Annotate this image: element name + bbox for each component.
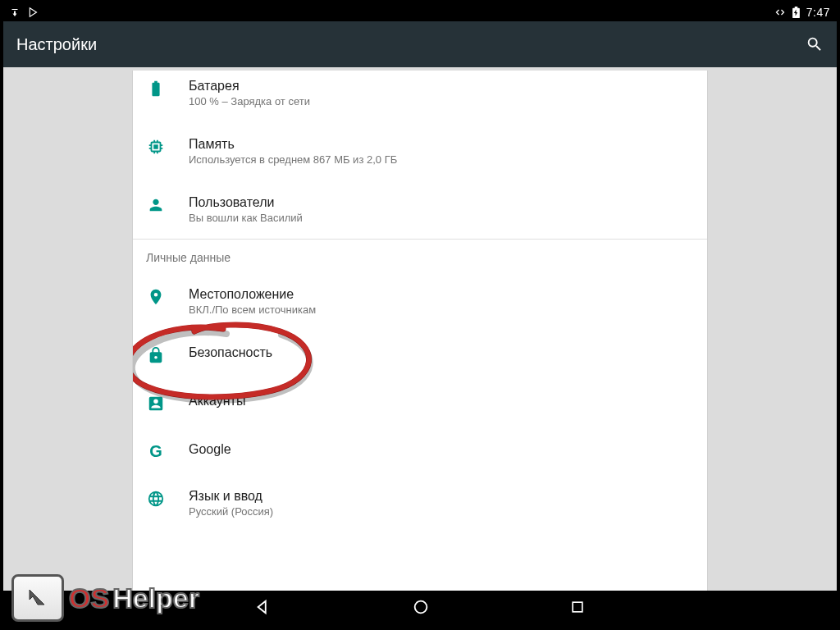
settings-panel: Батарея 100 % – Зарядка от сети Память И… — [133, 71, 707, 591]
item-title: Google — [189, 442, 231, 457]
dev-icon — [774, 7, 786, 17]
search-icon[interactable] — [806, 35, 824, 53]
navigation-bar — [3, 591, 837, 627]
person-icon — [146, 196, 166, 214]
settings-item-language[interactable]: Язык и ввод Русский (Россия) — [133, 474, 707, 532]
memory-icon — [146, 138, 166, 156]
battery-charging-icon — [792, 7, 800, 18]
item-title: Язык и ввод — [189, 489, 273, 504]
settings-item-battery[interactable]: Батарея 100 % – Зарядка от сети — [133, 71, 707, 122]
settings-item-accounts[interactable]: Аккаунты — [133, 379, 707, 427]
status-time: 7:47 — [806, 6, 830, 19]
svg-rect-1 — [573, 602, 582, 612]
app-bar: Настройки — [3, 21, 837, 67]
settings-item-location[interactable]: Местоположение ВКЛ./По всем источникам — [133, 272, 707, 331]
status-bar: 7:47 — [3, 3, 837, 21]
settings-item-security[interactable]: Безопасность — [133, 331, 707, 379]
section-header-personal: Личные данные — [133, 239, 707, 272]
account-box-icon — [146, 395, 166, 413]
globe-icon — [146, 490, 166, 508]
item-title: Пользователи — [189, 195, 303, 210]
lock-icon — [146, 346, 166, 364]
item-subtitle: ВКЛ./По всем источникам — [189, 304, 316, 316]
item-subtitle: Вы вошли как Василий — [189, 212, 303, 224]
google-icon: G — [146, 443, 166, 459]
settings-item-memory[interactable]: Память Используется в среднем 867 МБ из … — [133, 122, 707, 180]
battery-icon — [146, 80, 166, 98]
nav-home-icon[interactable] — [412, 598, 430, 619]
item-title: Батарея — [189, 79, 310, 94]
item-title: Память — [189, 137, 397, 152]
item-title: Местоположение — [189, 287, 316, 302]
item-subtitle: 100 % – Зарядка от сети — [189, 95, 310, 107]
svg-point-0 — [415, 601, 427, 614]
item-subtitle: Русский (Россия) — [189, 505, 273, 518]
nav-back-icon[interactable] — [254, 598, 272, 619]
settings-item-users[interactable]: Пользователи Вы вошли как Василий — [133, 180, 707, 239]
content-area: Батарея 100 % – Зарядка от сети Память И… — [3, 71, 837, 591]
play-store-icon — [28, 7, 39, 18]
item-title: Аккаунты — [189, 394, 245, 409]
page-title: Настройки — [16, 35, 97, 54]
download-icon — [10, 7, 20, 17]
item-subtitle: Используется в среднем 867 МБ из 2,0 ГБ — [189, 153, 397, 166]
settings-item-google[interactable]: G Google — [133, 427, 707, 474]
nav-recent-icon[interactable] — [569, 599, 586, 619]
item-title: Безопасность — [189, 345, 272, 360]
location-icon — [146, 288, 166, 306]
